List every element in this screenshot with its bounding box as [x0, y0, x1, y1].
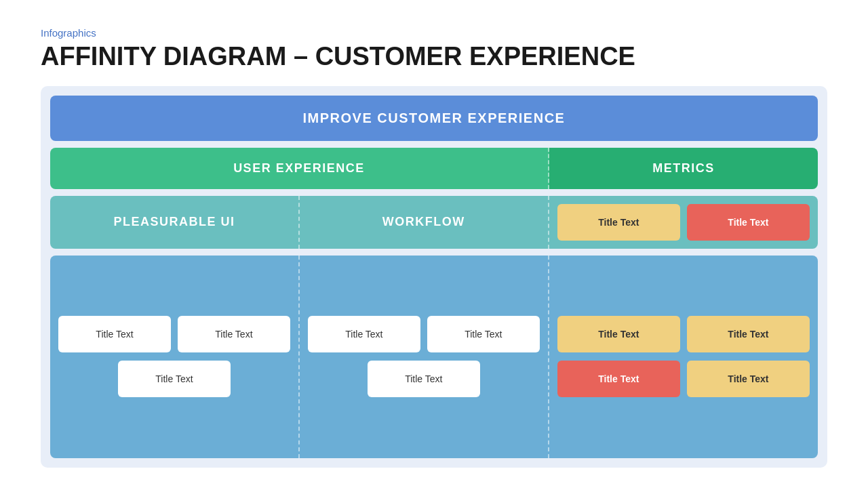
cell-metrics-header: METRICS	[549, 148, 818, 189]
metrics-items-row1: Title Text Title Text	[557, 316, 810, 352]
metrics-item-1: Title Text	[557, 316, 680, 352]
workflow-label: WORKFLOW	[382, 215, 465, 229]
improve-label: IMPROVE CUSTOMER EXPERIENCE	[303, 110, 566, 126]
pleasurable-item-1: Title Text	[58, 316, 171, 352]
metrics-item-2: Title Text	[687, 316, 810, 352]
cell-metrics-cards: Title Text Title Text	[549, 196, 818, 249]
cell-pleasurable-items: Title Text Title Text Title Text	[50, 256, 300, 458]
page-title: AFFINITY DIAGRAM – CUSTOMER EXPERIENCE	[41, 43, 827, 71]
cell-pleasurable-ui: PLEASURABLE UI	[50, 196, 300, 249]
row-improve: IMPROVE CUSTOMER EXPERIENCE	[50, 96, 818, 141]
pleasurable-item-3: Title Text	[118, 361, 231, 397]
workflow-item-2: Title Text	[427, 316, 540, 352]
metrics-card-2: Title Text	[687, 204, 810, 241]
cell-workflow: WORKFLOW	[300, 196, 549, 249]
pleasurable-items-row1: Title Text Title Text	[58, 316, 290, 352]
row-ux-metrics: USER EXPERIENCE METRICS	[50, 148, 818, 189]
ux-label: USER EXPERIENCE	[233, 161, 365, 176]
pleasurable-items-row2: Title Text	[58, 361, 290, 397]
workflow-items-row2: Title Text	[308, 361, 540, 397]
metrics-item-3: Title Text	[557, 361, 680, 397]
pleasurable-label: PLEASURABLE UI	[113, 215, 235, 229]
workflow-item-1: Title Text	[308, 316, 420, 352]
cell-metrics-items: Title Text Title Text Title Text Title T…	[549, 256, 818, 458]
cell-workflow-items: Title Text Title Text Title Text	[300, 256, 549, 458]
metrics-card-1: Title Text	[557, 204, 680, 241]
workflow-item-3: Title Text	[368, 361, 480, 397]
metrics-items-row2: Title Text Title Text	[557, 361, 810, 397]
affinity-diagram: IMPROVE CUSTOMER EXPERIENCE USER EXPERIE…	[41, 86, 827, 468]
row-items: Title Text Title Text Title Text Title T	[50, 256, 818, 458]
page: Infographics AFFINITY DIAGRAM – CUSTOMER…	[0, 0, 868, 488]
pleasurable-item-2: Title Text	[178, 316, 290, 352]
page-subtitle: Infographics	[41, 27, 827, 39]
metrics-item-4: Title Text	[687, 361, 810, 397]
workflow-items-row1: Title Text Title Text	[308, 316, 540, 352]
cell-user-experience: USER EXPERIENCE	[50, 148, 549, 189]
row-pleasurable-workflow: PLEASURABLE UI WORKFLOW Title Text Title…	[50, 196, 818, 249]
metrics-label: METRICS	[652, 161, 715, 176]
